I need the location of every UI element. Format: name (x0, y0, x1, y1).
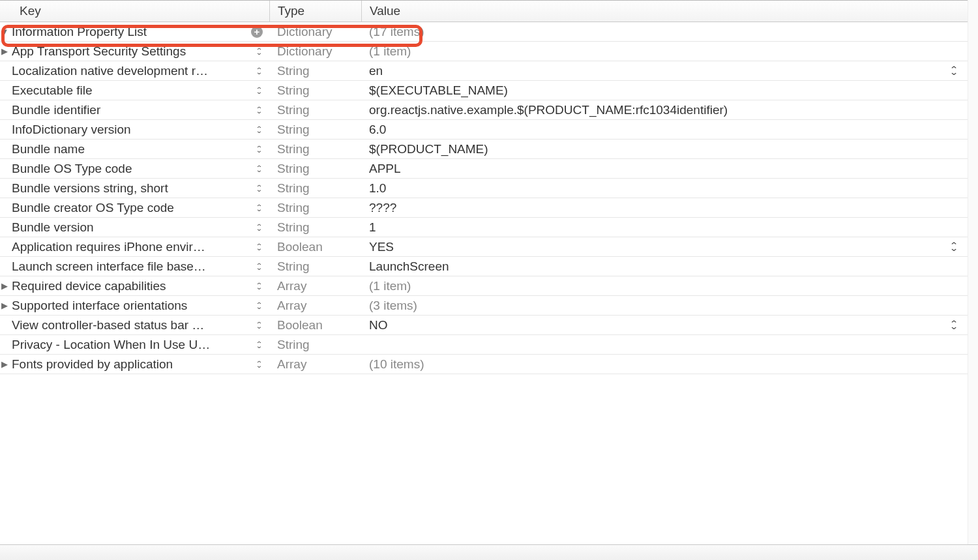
row-key-label: Bundle versions string, short (12, 181, 168, 196)
row-key-label: Localization native development re… (12, 64, 211, 78)
row-type: String (269, 64, 361, 78)
plist-row[interactable]: Required device capabilitiesArray(1 item… (0, 276, 978, 296)
row-type: String (269, 338, 361, 352)
key-stepper-icon[interactable] (255, 104, 263, 117)
row-type: String (269, 220, 361, 235)
root-type: Dictionary (269, 25, 361, 39)
plist-row[interactable]: ▶Application requires iPhone enviro…Bool… (0, 237, 978, 257)
key-stepper-icon[interactable] (255, 45, 263, 58)
row-key-label: Bundle identifier (12, 103, 100, 117)
disclosure-triangle-icon[interactable] (0, 301, 9, 310)
row-key-label: Application requires iPhone enviro… (12, 240, 211, 254)
row-value[interactable]: ???? (361, 201, 978, 215)
root-value: (17 items) (361, 25, 978, 39)
row-type: String (269, 259, 361, 274)
row-value[interactable]: YES (361, 240, 978, 254)
row-value[interactable]: org.reactjs.native.example.$(PRODUCT_NAM… (361, 103, 978, 117)
row-key-label: Bundle OS Type code (12, 162, 132, 176)
disclosure-triangle-icon[interactable] (0, 46, 9, 56)
plist-row[interactable]: ▶View controller-based status bar a…Bool… (0, 316, 978, 335)
row-type: String (269, 83, 361, 98)
row-key-label: Launch screen interface file base… (12, 259, 206, 274)
key-stepper-icon[interactable] (255, 143, 263, 156)
column-header-value[interactable]: Value (361, 1, 978, 22)
plist-row[interactable]: ▶InfoDictionary versionString6.0 (0, 120, 978, 140)
row-key-label: InfoDictionary version (12, 123, 131, 137)
vertical-scrollbar[interactable] (968, 0, 978, 544)
add-row-button[interactable]: + (251, 26, 263, 38)
row-value[interactable]: (1 item) (361, 279, 978, 293)
row-key-label: Required device capabilities (12, 279, 166, 293)
row-value[interactable]: 1.0 (361, 181, 978, 196)
plist-root-row[interactable]: Information Property List + Dictionary (… (0, 22, 978, 42)
row-value[interactable]: APPL (361, 162, 978, 176)
row-type: Array (269, 279, 361, 293)
plist-row[interactable]: Supported interface orientationsArray(3 … (0, 296, 978, 316)
row-type: Dictionary (269, 44, 361, 59)
plist-row[interactable]: ▶Privacy - Location When In Use Us…Strin… (0, 335, 978, 355)
key-stepper-icon[interactable] (255, 260, 263, 273)
disclosure-triangle-icon[interactable] (0, 359, 9, 369)
row-type: String (269, 142, 361, 156)
key-stepper-icon[interactable] (255, 319, 263, 332)
row-key-label: Bundle version (12, 220, 94, 235)
plist-row[interactable]: ▶Executable fileString$(EXECUTABLE_NAME) (0, 81, 978, 100)
row-key-label: View controller-based status bar a… (12, 318, 211, 332)
plist-row[interactable]: ▶Bundle identifierStringorg.reactjs.nati… (0, 100, 978, 120)
column-header-type[interactable]: Type (269, 1, 361, 22)
row-type: String (269, 162, 361, 176)
key-stepper-icon[interactable] (255, 182, 263, 195)
row-key-label: Executable file (12, 83, 93, 98)
plist-row[interactable]: ▶Localization native development re…Stri… (0, 61, 978, 81)
row-type: String (269, 123, 361, 137)
row-value[interactable]: $(EXECUTABLE_NAME) (361, 83, 978, 98)
key-stepper-icon[interactable] (255, 241, 263, 254)
row-type: Array (269, 357, 361, 372)
column-header-key[interactable]: Key (0, 1, 269, 22)
row-value[interactable]: 6.0 (361, 123, 978, 137)
plist-editor: Key Type Value Information Property List… (0, 0, 978, 374)
value-stepper-icon[interactable] (949, 241, 958, 254)
row-type: Boolean (269, 318, 361, 332)
key-stepper-icon[interactable] (255, 338, 263, 351)
plist-row[interactable]: App Transport Security SettingsDictionar… (0, 42, 978, 61)
row-type: Array (269, 299, 361, 313)
editor-footer (0, 544, 978, 560)
row-type: Boolean (269, 240, 361, 254)
value-stepper-icon[interactable] (949, 319, 958, 332)
row-value[interactable]: (1 item) (361, 44, 978, 59)
key-stepper-icon[interactable] (255, 65, 263, 78)
plist-row[interactable]: ▶Bundle versionString1 (0, 218, 978, 237)
row-type: String (269, 181, 361, 196)
row-value[interactable]: en (361, 64, 978, 78)
key-stepper-icon[interactable] (255, 123, 263, 136)
plist-row[interactable]: ▶Bundle versions string, shortString1.0 (0, 179, 978, 198)
row-key-label: Supported interface orientations (12, 299, 187, 313)
key-stepper-icon[interactable] (255, 162, 263, 175)
plist-row[interactable]: ▶Bundle creator OS Type codeString???? (0, 198, 978, 218)
row-type: String (269, 201, 361, 215)
plist-row[interactable]: Fonts provided by applicationArray(10 it… (0, 355, 978, 374)
disclosure-triangle-icon[interactable] (0, 281, 9, 291)
disclosure-triangle-icon[interactable] (0, 27, 9, 37)
row-value[interactable]: (3 items) (361, 299, 978, 313)
plist-row[interactable]: ▶Bundle nameString$(PRODUCT_NAME) (0, 140, 978, 159)
row-value[interactable]: LaunchScreen (361, 259, 978, 274)
value-stepper-icon[interactable] (949, 65, 958, 78)
root-key-label: Information Property List (12, 25, 147, 39)
plist-row[interactable]: ▶Bundle OS Type codeStringAPPL (0, 159, 978, 179)
row-value[interactable]: $(PRODUCT_NAME) (361, 142, 978, 156)
row-type: String (269, 103, 361, 117)
row-key-label: Privacy - Location When In Use Us… (12, 338, 211, 352)
row-value[interactable]: NO (361, 318, 978, 332)
plist-row[interactable]: ▶Launch screen interface file base…Strin… (0, 257, 978, 276)
key-stepper-icon[interactable] (255, 84, 263, 97)
row-key-label: Bundle name (12, 142, 85, 156)
row-value[interactable]: 1 (361, 220, 978, 235)
key-stepper-icon[interactable] (255, 201, 263, 214)
key-stepper-icon[interactable] (255, 299, 263, 312)
key-stepper-icon[interactable] (255, 358, 263, 371)
key-stepper-icon[interactable] (255, 280, 263, 293)
key-stepper-icon[interactable] (255, 221, 263, 234)
row-value[interactable]: (10 items) (361, 357, 978, 372)
